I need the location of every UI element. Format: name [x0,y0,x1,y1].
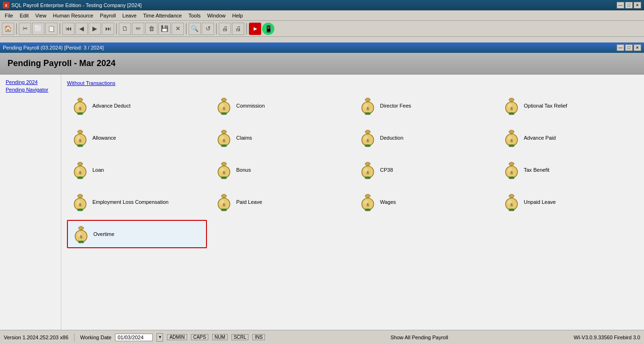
first-btn[interactable]: ⏮ [62,23,74,35]
sidebar-item-pending2024[interactable]: Pending 2024 [4,78,57,86]
item-11[interactable]: $ CP38 [355,156,495,184]
item-16[interactable]: $ Unpaid Leave [498,188,638,216]
cut-btn[interactable]: ✂ [19,23,31,35]
item-2[interactable]: $ Commission [211,92,351,120]
working-date-input[interactable] [115,334,153,341]
menu-time-attendance[interactable]: Time Attendance [140,12,185,19]
delete-btn[interactable]: 🗑 [145,23,157,35]
toolbar-sep-2 [59,23,60,34]
date-dropdown-btn[interactable]: ▼ [157,333,163,342]
maximize-btn[interactable]: □ [625,2,633,8]
search-btn[interactable]: 🔍 [189,23,201,35]
money-bag-icon: $ [359,160,376,179]
copy-btn[interactable]: ⬜ [32,23,44,35]
item-label: Paid Leave [236,199,262,205]
home-btn[interactable]: 🏠 [2,23,14,35]
version-right: WI-V3.0.9.33560 Firebird 3.0 [574,335,640,340]
scrl-badge: SCRL [231,334,249,340]
svg-point-56 [509,130,514,134]
item-label: Optional Tax Relief [524,102,567,109]
svg-point-32 [78,130,83,134]
money-bag-icon: $ [359,96,376,115]
svg-point-104 [222,194,227,198]
section-title[interactable]: Without Transactions [67,80,638,86]
print-btn[interactable]: 🖨 [219,23,231,35]
item-1[interactable]: $ Advance Deduct [67,92,207,120]
svg-point-0 [78,98,83,101]
menu-hr[interactable]: Human Resource [50,12,96,19]
item-label: Employment Loss Compensation [92,199,168,205]
money-bag-icon: $ [215,96,232,115]
cancel-btn[interactable]: ✕ [172,23,184,35]
item-6[interactable]: $ Claims [211,124,351,152]
item-14[interactable]: $ Paid Leave [211,188,351,216]
main-content: Without Transactions $ Advance Deduct $ … [61,75,644,330]
item-3[interactable]: $ Director Fees [355,92,495,120]
mdi-window: Pending Payroll (03.2024) [Period: 3 / 2… [0,42,644,330]
svg-point-8 [222,98,227,101]
refresh-btn[interactable]: ↺ [202,23,214,35]
item-label: CP38 [380,167,393,173]
save-btn[interactable]: 💾 [158,23,171,35]
item-9[interactable]: $ Loan [67,156,207,184]
item-label: Deduction [380,134,404,141]
sidebar-item-navigator[interactable]: Pending Navigator [4,86,57,93]
toolbar-sep-3 [116,23,117,34]
svg-point-24 [509,98,514,101]
item-12[interactable]: $ Tax Benefit [498,156,638,184]
minimize-btn[interactable]: — [617,2,624,8]
print2-btn[interactable]: 🖨 [232,23,244,35]
menu-file[interactable]: File [2,12,16,19]
item-label: Unpaid Leave [524,199,556,205]
money-bag-icon: $ [503,96,520,115]
item-15[interactable]: $ Wages [355,188,495,216]
menu-tools[interactable]: Tools [186,12,204,19]
caps-badge: CAPS [191,334,208,340]
next-btn[interactable]: ▶ [89,23,101,35]
close-btn[interactable]: ✕ [634,2,641,8]
svg-text:$: $ [223,106,225,111]
new-btn[interactable]: 🗋 [119,23,131,35]
status-bar: Version 1.2024.252.203 x86 Working Date … [0,330,644,344]
svg-text:$: $ [510,202,513,207]
menu-help[interactable]: Help [230,12,246,19]
mdi-minimize-btn[interactable]: — [617,44,624,51]
whatsapp-btn[interactable]: 📱 [262,23,274,35]
mdi-maximize-btn[interactable]: □ [625,44,633,51]
svg-point-64 [78,162,83,166]
item-5[interactable]: $ Allowance [67,124,207,152]
item-label: Tax Benefit [524,167,549,173]
edit-btn[interactable]: ✏ [132,23,144,35]
svg-point-120 [509,194,514,198]
menu-window[interactable]: Window [204,12,228,19]
menu-bar: File Edit View Human Resource Payroll Le… [0,10,644,21]
menu-leave[interactable]: Leave [120,12,140,19]
money-bag-icon: $ [72,193,89,211]
menu-payroll[interactable]: Payroll [97,12,119,19]
item-label: Commission [236,102,265,109]
toolbar-sep-6 [246,23,247,34]
svg-point-80 [365,162,371,166]
last-btn[interactable]: ⏭ [102,23,114,35]
item-10[interactable]: $ Bonus [211,156,351,184]
menu-edit[interactable]: Edit [17,12,32,19]
item-17[interactable]: $ Overtime [67,220,207,248]
svg-text:$: $ [223,138,225,143]
svg-text:$: $ [79,106,82,111]
svg-text:$: $ [223,170,225,175]
item-8[interactable]: $ Advance Paid [498,124,638,152]
item-13[interactable]: $ Employment Loss Compensation [67,188,207,216]
item-7[interactable]: $ Deduction [355,124,495,152]
mdi-close-btn[interactable]: ✕ [634,44,641,51]
item-4[interactable]: $ Optional Tax Relief [498,92,638,120]
money-bag-icon: $ [215,193,232,211]
paste-btn[interactable]: 📋 [45,23,58,35]
svg-text:$: $ [366,202,369,207]
working-date-label: Working Date [80,335,111,340]
menu-view[interactable]: View [33,12,50,19]
item-label: Bonus [236,167,251,173]
prev-btn[interactable]: ◀ [75,23,88,35]
youtube-btn[interactable]: ▶ [249,23,261,35]
item-label: Wages [380,199,396,205]
svg-text:$: $ [79,170,82,175]
